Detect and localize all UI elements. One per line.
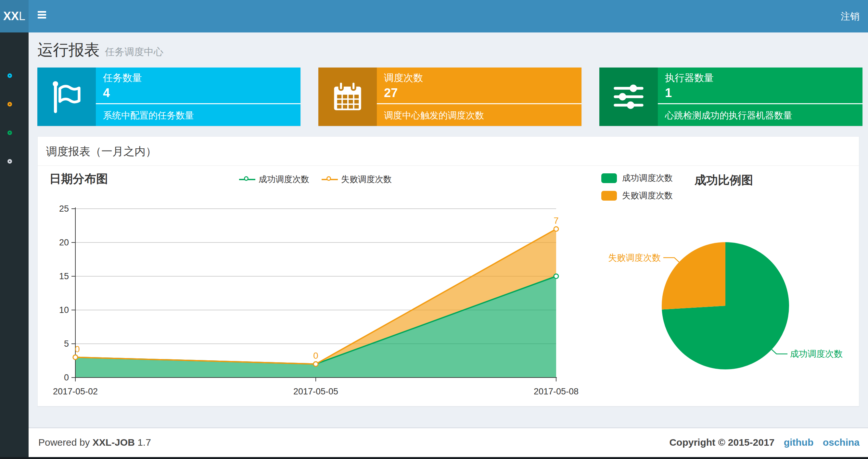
sliders-icon	[599, 67, 658, 126]
info-box-executors: 执行器数量 1 心跳检测成功的执行器机器数量	[599, 67, 863, 126]
page-title: 运行报表	[37, 40, 100, 60]
logout-button[interactable]: 注销	[832, 0, 868, 32]
svg-text:0: 0	[313, 351, 318, 361]
sidebar-item-log-icon[interactable]	[7, 131, 12, 135]
svg-text:失败调度次数: 失败调度次数	[608, 253, 661, 263]
sidebar	[0, 32, 29, 459]
svg-text:7: 7	[554, 216, 559, 226]
legend-item[interactable]: 失败调度次数	[321, 174, 392, 185]
logo-bold-text: XX	[3, 9, 19, 23]
app-logo[interactable]: XXL	[0, 0, 29, 32]
copyright-text: Copyright © 2015-2017 github oschina	[669, 428, 860, 456]
flag-icon	[37, 67, 96, 126]
svg-text:20: 20	[59, 238, 69, 248]
product-version: 1.7	[137, 437, 151, 448]
svg-text:25: 25	[59, 204, 69, 214]
pie-chart-legend: 成功调度次数失败调度次数	[601, 172, 673, 201]
pie-chart-title: 成功比例图	[694, 172, 753, 188]
sidebar-toggle-icon[interactable]	[37, 10, 47, 22]
info-box-title: 任务数量	[103, 71, 301, 85]
panel-title: 调度报表（一月之内）	[38, 137, 859, 166]
svg-text:2017-05-05: 2017-05-05	[293, 387, 338, 396]
svg-text:15: 15	[59, 271, 69, 281]
info-box-divider	[658, 103, 863, 104]
svg-text:2017-05-08: 2017-05-08	[534, 387, 579, 396]
report-panel: 调度报表（一月之内） 日期分布图 成功调度次数失败调度次数 成功调度次数失败调度…	[37, 136, 859, 406]
date-distribution-chart[interactable]: 05101520252017-05-022017-05-052017-05-08…	[38, 195, 590, 407]
info-box-description: 调度中心触发的调度次数	[384, 109, 582, 122]
info-box-divider	[96, 103, 301, 104]
svg-text:5: 5	[64, 339, 69, 349]
sidebar-item-help-icon[interactable]	[7, 159, 12, 164]
success-ratio-pie-chart[interactable]: 成功调度次数失败调度次数	[601, 228, 860, 396]
footer: Powered by XXL-JOB 1.7 Copyright © 2015-…	[29, 427, 868, 457]
github-link[interactable]: github	[784, 437, 814, 448]
legend-label: 失败调度次数	[341, 174, 392, 185]
legend-label: 失败调度次数	[622, 190, 673, 201]
line-chart-legend: 成功调度次数失败调度次数	[239, 174, 392, 185]
legend-label: 成功调度次数	[258, 174, 309, 185]
sidebar-item-job-icon[interactable]	[7, 102, 12, 106]
page-subtitle: 任务调度中心	[105, 45, 163, 59]
legend-label: 成功调度次数	[622, 172, 673, 184]
info-box-description: 系统中配置的任务数量	[103, 109, 301, 122]
line-chart-title: 日期分布图	[50, 171, 108, 187]
product-name: XXL-JOB	[93, 437, 135, 448]
info-box-value: 1	[665, 85, 863, 101]
info-box-title: 调度次数	[384, 71, 582, 85]
info-box-divider	[377, 103, 582, 104]
svg-text:2017-05-02: 2017-05-02	[53, 387, 98, 396]
legend-item[interactable]: 成功调度次数	[601, 172, 673, 184]
svg-text:成功调度次数: 成功调度次数	[790, 349, 843, 359]
legend-item[interactable]: 失败调度次数	[601, 190, 673, 201]
powered-by-text: Powered by XXL-JOB 1.7	[38, 428, 151, 456]
svg-text:10: 10	[59, 305, 69, 315]
copyright-years: Copyright © 2015-2017	[669, 437, 774, 448]
info-box-value: 4	[103, 85, 301, 101]
sidebar-item-report-icon[interactable]	[7, 73, 12, 78]
logo-light-text: L	[19, 9, 25, 23]
top-navbar: XXL 注销	[0, 0, 868, 32]
powered-by-prefix: Powered by	[38, 437, 90, 448]
info-box-value: 27	[384, 85, 582, 101]
calendar-icon	[318, 67, 377, 126]
info-box-triggers: 调度次数 27 调度中心触发的调度次数	[318, 67, 582, 126]
info-box-jobs: 任务数量 4 系统中配置的任务数量	[37, 67, 301, 126]
oschina-link[interactable]: oschina	[823, 437, 860, 448]
legend-item[interactable]: 成功调度次数	[239, 174, 309, 185]
svg-text:0: 0	[64, 373, 69, 383]
window-bottom-edge	[0, 457, 868, 459]
svg-text:0: 0	[75, 344, 80, 354]
info-box-title: 执行器数量	[665, 71, 863, 85]
info-box-description: 心跳检测成功的执行器机器数量	[665, 109, 863, 122]
page-header: 运行报表 任务调度中心	[37, 40, 163, 60]
